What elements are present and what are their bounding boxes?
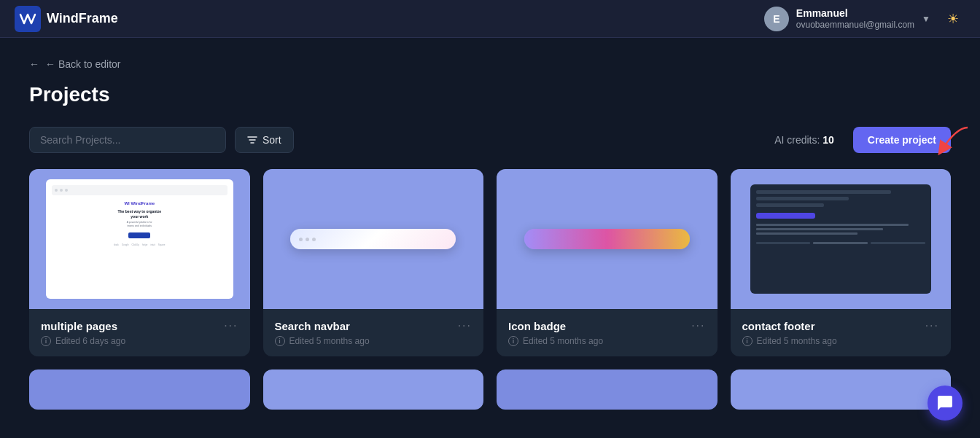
info-icon: i <box>275 336 285 346</box>
project-menu-button[interactable]: ··· <box>691 319 705 332</box>
sort-icon <box>247 135 257 145</box>
project-card[interactable]: Icon badge ··· i Edited 5 months ago <box>497 169 718 356</box>
search-input[interactable] <box>29 127 226 153</box>
project-menu-button[interactable]: ··· <box>925 319 939 332</box>
project-thumbnail <box>731 169 952 309</box>
webpage-header <box>52 185 228 195</box>
project-name: Icon badge <box>508 320 566 332</box>
header-dot <box>60 189 63 192</box>
project-thumbnail <box>263 169 484 309</box>
project-thumbnail <box>731 369 952 410</box>
toolbar-left: Sort <box>29 127 294 153</box>
project-info-row: multiple pages ··· <box>41 319 238 332</box>
webpage-body: Wl WindFrame The best way to organizeyou… <box>52 198 228 292</box>
toolbar: Sort AI credits: 10 Create project <box>29 127 951 153</box>
project-card-partial[interactable] <box>263 369 484 410</box>
header-dot <box>55 189 58 192</box>
footer-preview <box>750 184 931 294</box>
app-name: WindFrame <box>47 11 118 26</box>
back-label: ← Back to editor <box>45 58 121 70</box>
project-card-partial[interactable] <box>497 369 718 410</box>
ai-credits-label: AI credits: <box>774 134 820 146</box>
top-navigation: WindFrame E Emmanuel ovuobaemmanuel@gmai… <box>0 0 980 38</box>
project-meta: i Edited 5 months ago <box>275 336 472 346</box>
project-name: multiple pages <box>41 320 117 332</box>
info-icon: i <box>41 336 51 346</box>
projects-grid-bottom <box>29 369 951 410</box>
project-menu-button[interactable]: ··· <box>458 319 472 332</box>
project-meta: i Edited 5 months ago <box>742 336 940 346</box>
project-edited: Edited 5 months ago <box>757 336 837 346</box>
theme-toggle-button[interactable]: ☀ <box>941 7 965 31</box>
project-thumbnail: Wl WindFrame The best way to organizeyou… <box>29 169 250 309</box>
project-info: Search navbar ··· i Edited 5 months ago <box>263 309 484 356</box>
toolbar-right: AI credits: 10 Create project <box>774 127 951 153</box>
project-meta: i Edited 5 months ago <box>508 336 706 346</box>
create-project-container: Create project <box>853 127 951 153</box>
project-thumbnail <box>263 369 484 410</box>
sort-label: Sort <box>262 134 281 146</box>
project-info-row: Icon badge ··· <box>508 319 706 332</box>
webpage-subtext: A powerful platform forteams and individ… <box>127 221 152 228</box>
project-name: Search navbar <box>275 320 350 332</box>
project-edited: Edited 5 months ago <box>289 336 370 346</box>
project-info-row: contact footer ··· <box>742 319 940 332</box>
nav-left: WindFrame <box>15 6 118 32</box>
info-icon: i <box>742 336 752 346</box>
red-arrow-icon <box>928 124 971 160</box>
ai-credits: AI credits: 10 <box>774 134 834 146</box>
webpage-cta <box>128 232 150 238</box>
project-card[interactable]: Wl WindFrame The best way to organizeyou… <box>29 169 250 356</box>
project-info: contact footer ··· i Edited 5 months ago <box>731 309 952 356</box>
project-edited: Edited 6 days ago <box>55 336 125 346</box>
back-arrow-icon: ← <box>29 58 39 70</box>
webpage-preview: Wl WindFrame The best way to organizeyou… <box>46 179 233 298</box>
project-info: Icon badge ··· i Edited 5 months ago <box>497 309 718 356</box>
navbar-dots <box>299 238 316 241</box>
chat-icon <box>936 394 954 412</box>
navbar-preview <box>290 229 456 249</box>
chat-bubble-button[interactable] <box>928 386 962 421</box>
header-dot <box>65 189 68 192</box>
nav-right: E Emmanuel ovuobaemmanuel@gmail.com ▼ ☀ <box>764 7 965 31</box>
sort-button[interactable]: Sort <box>235 127 294 153</box>
project-thumbnail <box>29 369 250 410</box>
chevron-down-icon: ▼ <box>922 14 930 24</box>
project-card-partial[interactable] <box>731 369 952 410</box>
project-card[interactable]: contact footer ··· i Edited 5 months ago <box>731 169 952 356</box>
project-thumbnail <box>497 169 718 309</box>
user-name: Emmanuel <box>796 7 914 20</box>
project-meta: i Edited 6 days ago <box>41 336 238 346</box>
sun-icon: ☀ <box>947 11 959 27</box>
ai-credits-value: 10 <box>822 134 834 146</box>
project-name: contact footer <box>742 320 815 332</box>
webpage-headline: The best way to organizeyour work <box>118 209 161 219</box>
projects-grid: Wl WindFrame The best way to organizeyou… <box>29 169 951 356</box>
project-card[interactable]: Search navbar ··· i Edited 5 months ago <box>263 169 484 356</box>
logo[interactable]: WindFrame <box>15 6 118 32</box>
project-info-row: Search navbar ··· <box>275 319 472 332</box>
project-menu-button[interactable]: ··· <box>224 319 238 332</box>
badge-preview <box>524 229 690 249</box>
user-menu[interactable]: E Emmanuel ovuobaemmanuel@gmail.com ▼ <box>764 7 930 31</box>
webpage-logo: Wl WindFrame <box>124 201 155 206</box>
user-email: ovuobaemmanuel@gmail.com <box>796 20 914 30</box>
project-edited: Edited 5 months ago <box>523 336 603 346</box>
svg-rect-0 <box>15 6 41 32</box>
user-details: Emmanuel ovuobaemmanuel@gmail.com <box>796 7 914 30</box>
page-title: Projects <box>29 83 951 106</box>
info-icon: i <box>508 336 518 346</box>
webpage-brands: slack Google ClickUp hotjar intuit Squar… <box>114 243 165 246</box>
back-to-editor-link[interactable]: ← ← Back to editor <box>29 58 951 70</box>
avatar: E <box>764 7 789 31</box>
project-info: multiple pages ··· i Edited 6 days ago <box>29 309 250 356</box>
project-thumbnail <box>497 369 718 410</box>
project-card-partial[interactable] <box>29 369 250 410</box>
main-content: ← ← Back to editor Projects Sort AI cred… <box>0 38 980 430</box>
